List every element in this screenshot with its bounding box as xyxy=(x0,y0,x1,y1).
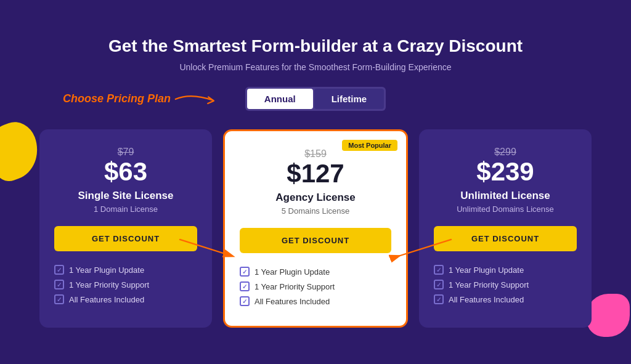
single-domains: 1 Domain License xyxy=(94,204,158,214)
feature-label: 1 Year Plugin Update xyxy=(254,267,330,277)
feature-label: All Features Included xyxy=(69,295,144,304)
single-main-price: $63 xyxy=(104,159,147,185)
check-icon: ✓ xyxy=(434,294,444,304)
check-icon: ✓ xyxy=(54,280,64,289)
agency-features-list: ✓ 1 Year Plugin Update ✓ 1 Year Priority… xyxy=(240,267,391,311)
most-popular-badge: Most Popular xyxy=(342,140,397,151)
feature-label: All Features Included xyxy=(254,297,330,306)
blob-pink-decoration xyxy=(587,294,630,337)
annual-tab[interactable]: Annual xyxy=(247,89,313,109)
check-icon: ✓ xyxy=(240,296,250,306)
agency-plan-name: Agency License xyxy=(275,192,355,204)
feature-label: All Features Included xyxy=(449,295,524,304)
main-container: Get the Smartest Form-builder at a Crazy… xyxy=(14,36,617,328)
check-icon: ✓ xyxy=(54,294,64,304)
list-item: ✓ 1 Year Priority Support xyxy=(54,280,197,289)
agency-card: Most Popular $159 $127 Agency License 5 … xyxy=(223,129,408,328)
list-item: ✓ All Features Included xyxy=(54,294,197,304)
check-icon: ✓ xyxy=(434,280,444,289)
unlimited-card: $299 $239 Unlimited License Unlimited Do… xyxy=(419,129,592,328)
feature-label: 1 Year Priority Support xyxy=(69,280,149,289)
choose-pricing-label: Choose Pricing Plan xyxy=(63,92,171,105)
single-features-list: ✓ 1 Year Plugin Update ✓ 1 Year Priority… xyxy=(54,265,197,309)
list-item: ✓ 1 Year Plugin Update xyxy=(54,265,197,275)
list-item: ✓ 1 Year Plugin Update xyxy=(240,267,391,277)
agency-domains: 5 Domains License xyxy=(282,206,350,216)
check-icon: ✓ xyxy=(240,281,250,291)
list-item: ✓ All Features Included xyxy=(240,296,391,306)
feature-label: 1 Year Plugin Update xyxy=(69,265,144,275)
choose-label-group: Choose Pricing Plan xyxy=(63,90,224,108)
toggle-wrapper: Annual Lifetime xyxy=(245,87,386,111)
unlimited-features-list: ✓ 1 Year Plugin Update ✓ 1 Year Priority… xyxy=(434,265,577,309)
page-title: Get the Smartest Form-builder at a Crazy… xyxy=(14,36,617,56)
single-original-price: $79 xyxy=(118,147,134,158)
list-item: ✓ 1 Year Plugin Update xyxy=(434,265,577,275)
unlimited-original-price: $299 xyxy=(494,147,516,158)
unlimited-plan-name: Unlimited License xyxy=(460,190,550,202)
feature-label: 1 Year Priority Support xyxy=(449,280,529,289)
page-subtitle: Unlock Premium Features for the Smoothes… xyxy=(14,62,617,72)
cards-row: $79 $63 Single Site License 1 Domain Lic… xyxy=(14,129,617,328)
pricing-toggle-area: Choose Pricing Plan Annual Lifetime xyxy=(14,87,617,111)
single-plan-name: Single Site License xyxy=(78,190,174,202)
unlimited-main-price: $239 xyxy=(476,159,534,185)
arrow-icon xyxy=(174,90,224,108)
agency-discount-button[interactable]: GET DISCOUNT xyxy=(240,228,391,253)
check-icon: ✓ xyxy=(240,267,250,277)
check-icon: ✓ xyxy=(434,265,444,275)
check-icon: ✓ xyxy=(54,265,64,275)
list-item: ✓ 1 Year Priority Support xyxy=(240,281,391,291)
list-item: ✓ 1 Year Priority Support xyxy=(434,280,577,289)
lifetime-tab[interactable]: Lifetime xyxy=(314,89,385,109)
feature-label: 1 Year Priority Support xyxy=(254,282,335,291)
feature-label: 1 Year Plugin Update xyxy=(449,265,524,275)
agency-main-price: $127 xyxy=(287,161,344,187)
unlimited-domains: Unlimited Domains License xyxy=(457,204,554,214)
agency-original-price: $159 xyxy=(304,148,327,160)
single-site-card: $79 $63 Single Site License 1 Domain Lic… xyxy=(39,129,212,328)
single-discount-button[interactable]: GET DISCOUNT xyxy=(54,226,197,251)
unlimited-discount-button[interactable]: GET DISCOUNT xyxy=(434,226,577,251)
list-item: ✓ All Features Included xyxy=(434,294,577,304)
